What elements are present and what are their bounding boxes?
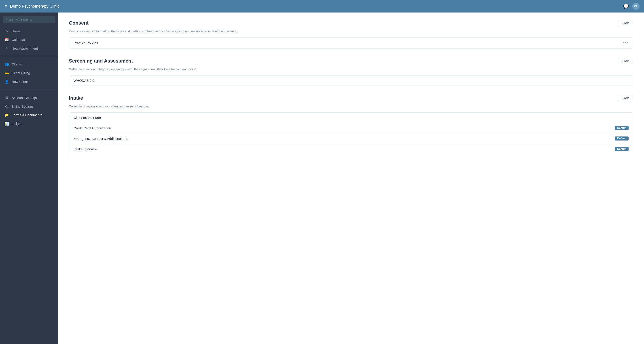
- item-name-emergency-contact: Emergency Contact & Additional Info: [74, 137, 613, 140]
- sidebar-item-forms-documents[interactable]: 📁 Forms & Documents: [0, 111, 58, 119]
- sidebar-nav-clients: 👥 Clients 💳 Client Billing 👤 New Client: [0, 58, 58, 88]
- sidebar-item-billing-settings[interactable]: 🗂 Billing Settings: [0, 102, 58, 111]
- intake-description: Collect information about your client as…: [69, 104, 633, 109]
- list-item: Intake Interview Default: [69, 144, 633, 154]
- list-item: Practice Policies •••: [69, 37, 633, 48]
- forms-icon: 📁: [4, 113, 9, 117]
- more-menu-icon[interactable]: •••: [623, 41, 628, 45]
- header-right-icons: 💬 CL: [623, 3, 640, 10]
- sidebar-item-home[interactable]: ⌂ Home: [0, 27, 58, 35]
- insights-icon: 📊: [4, 121, 9, 126]
- sidebar-label-account-settings: Account Settings: [12, 96, 37, 100]
- calendar-icon: 📅: [4, 37, 9, 42]
- sidebar-divider-1: [0, 56, 58, 56]
- main-layout: ⌂ Home 📅 Calendar + New Appointment 👥 Cl…: [0, 12, 644, 344]
- content-area: Consent + Add Keep your clients informed…: [58, 12, 644, 344]
- consent-description: Keep your clients informed on the types …: [69, 29, 633, 34]
- home-icon: ⌂: [4, 29, 9, 33]
- hamburger-icon[interactable]: ≡: [4, 4, 7, 9]
- sidebar-label-insights: Insights: [12, 122, 23, 126]
- sidebar-item-new-client[interactable]: 👤 New Client: [0, 77, 58, 86]
- consent-items-list: Practice Policies •••: [69, 37, 633, 49]
- sidebar-item-clients[interactable]: 👥 Clients: [0, 60, 58, 69]
- consent-section-header: Consent + Add: [69, 20, 633, 26]
- sidebar-item-client-billing[interactable]: 💳 Client Billing: [0, 69, 58, 77]
- sidebar-item-new-appointment[interactable]: + New Appointment: [0, 44, 58, 52]
- billing-settings-icon: 🗂: [4, 104, 9, 108]
- avatar[interactable]: CL: [632, 3, 640, 10]
- item-name-client-intake-form: Client Intake Form: [74, 116, 628, 119]
- screening-add-button[interactable]: + Add: [618, 58, 633, 64]
- sidebar-label-billing-settings: Billing Settings: [12, 104, 34, 108]
- consent-add-button[interactable]: + Add: [618, 20, 633, 26]
- screening-section-header: Screening and Assessment + Add: [69, 58, 633, 64]
- item-name-practice-policies: Practice Policies: [74, 41, 623, 45]
- item-name-intake-interview: Intake Interview: [74, 147, 613, 151]
- status-badge: Default: [615, 126, 628, 130]
- status-badge: Default: [615, 147, 628, 151]
- list-item: Credit Card Authorization Default: [69, 123, 633, 133]
- screening-section: Screening and Assessment + Add Gather in…: [69, 58, 633, 86]
- sidebar-label-new-client: New Client: [12, 80, 28, 83]
- sidebar-nav-settings: ⚙ Account Settings 🗂 Billing Settings 📁 …: [0, 92, 58, 130]
- sidebar-item-account-settings[interactable]: ⚙ Account Settings: [0, 93, 58, 102]
- list-item: Client Intake Form: [69, 113, 633, 123]
- sidebar: ⌂ Home 📅 Calendar + New Appointment 👥 Cl…: [0, 12, 58, 344]
- clinic-name: Demo Psychotherapy Clinic: [10, 4, 60, 9]
- sidebar-label-calendar: Calendar: [12, 38, 25, 41]
- list-item: WHODAS 2.0: [69, 75, 633, 85]
- screening-title: Screening and Assessment: [69, 58, 133, 64]
- sidebar-label-new-appointment: New Appointment: [12, 46, 38, 50]
- consent-title: Consent: [69, 20, 88, 26]
- sidebar-label-forms-documents: Forms & Documents: [12, 113, 42, 117]
- intake-add-button[interactable]: + Add: [618, 95, 633, 101]
- intake-title: Intake: [69, 95, 83, 101]
- item-name-whodas: WHODAS 2.0: [74, 79, 628, 82]
- new-client-icon: 👤: [4, 79, 9, 84]
- list-item: Emergency Contact & Additional Info Defa…: [69, 133, 633, 144]
- sidebar-nav-top: ⌂ Home 📅 Calendar + New Appointment: [0, 25, 58, 54]
- status-badge: Default: [615, 136, 628, 140]
- intake-section-header: Intake + Add: [69, 95, 633, 101]
- screening-items-list: WHODAS 2.0: [69, 75, 633, 86]
- sidebar-label-home: Home: [12, 29, 20, 33]
- consent-section: Consent + Add Keep your clients informed…: [69, 20, 633, 49]
- search-input[interactable]: [3, 16, 56, 23]
- intake-items-list: Client Intake Form Credit Card Authoriza…: [69, 112, 633, 154]
- billing-icon: 💳: [4, 71, 9, 75]
- sidebar-label-clients: Clients: [12, 62, 22, 66]
- clients-icon: 👥: [4, 62, 9, 66]
- sidebar-item-insights[interactable]: 📊 Insights: [0, 119, 58, 128]
- chat-icon[interactable]: 💬: [623, 3, 629, 9]
- screening-description: Gather information to help understand a …: [69, 67, 633, 72]
- intake-section: Intake + Add Collect information about y…: [69, 95, 633, 154]
- settings-icon: ⚙: [4, 96, 9, 100]
- sidebar-item-calendar[interactable]: 📅 Calendar: [0, 35, 58, 44]
- sidebar-label-client-billing: Client Billing: [12, 71, 30, 75]
- top-header: ≡ Demo Psychotherapy Clinic 💬 CL: [0, 0, 644, 12]
- plus-icon-appointment: +: [4, 46, 9, 50]
- item-name-credit-card-auth: Credit Card Authorization: [74, 126, 613, 130]
